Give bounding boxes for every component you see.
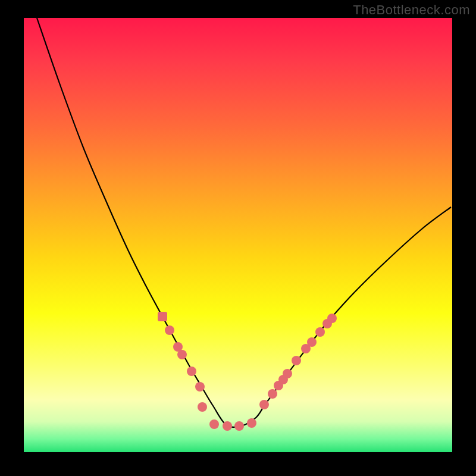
curve-marker [327,314,337,323]
curve-marker [165,325,174,335]
outer-frame: TheBottleneck.com [0,0,476,476]
curve-marker [195,382,205,392]
curve-marker [292,356,301,365]
curve-marker [234,421,244,431]
curve-marker [268,389,277,399]
curve-markers [158,312,337,431]
curve-marker [307,337,317,347]
curve-marker [283,369,292,378]
curve-marker [223,421,232,431]
curve-marker [187,367,196,376]
watermark-text: TheBottleneck.com [353,2,470,18]
curve-marker [247,418,256,428]
bottleneck-curve-path [37,18,451,427]
curve-marker [177,350,187,359]
curve-marker [198,402,207,412]
curve-marker [259,400,269,409]
curve-marker [209,419,219,429]
bottleneck-chart [24,18,452,452]
curve-marker [158,312,167,321]
curve-marker [315,327,325,337]
